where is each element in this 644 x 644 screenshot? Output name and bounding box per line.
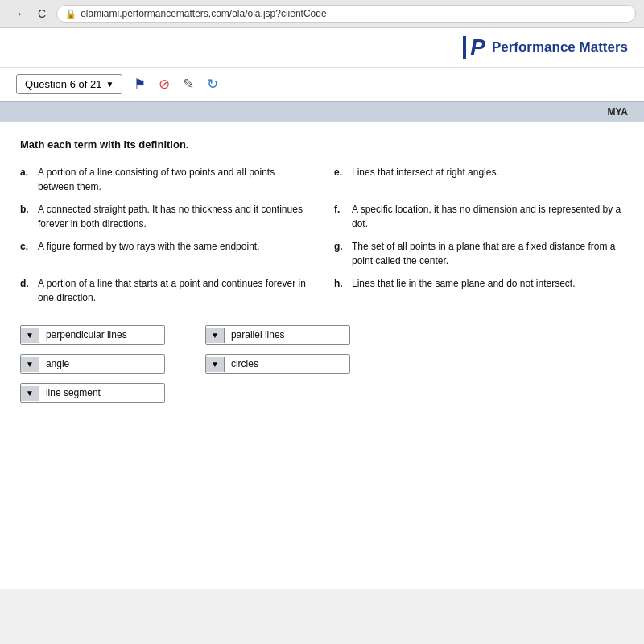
dropdown-arrow-2[interactable]: ▼ — [206, 328, 225, 343]
dropdown-circles[interactable]: ▼ circles — [205, 354, 350, 374]
def-text-f: A specific location, it has no dimension… — [352, 202, 624, 231]
username-label: MYA — [607, 106, 628, 118]
address-bar[interactable]: 🔒 olamiami.performancematters.com/ola/ol… — [56, 5, 636, 23]
logo-p-icon: P — [463, 36, 485, 59]
def-letter-h: h. — [334, 276, 345, 291]
lock-icon: 🔒 — [65, 9, 76, 19]
def-letter-b: b. — [20, 202, 31, 217]
def-text-e: Lines that intersect at right angles. — [352, 165, 499, 180]
def-letter-f: f. — [334, 202, 345, 217]
definition-d: d. A portion of a line that starts at a … — [20, 276, 310, 305]
def-text-a: A portion of a line consisting of two po… — [38, 165, 310, 194]
logo-text: Performance Matters — [492, 39, 628, 56]
definition-g: g. The set of all points in a plane that… — [334, 239, 624, 268]
question-instruction: Math each term with its definition. — [20, 138, 624, 151]
dropdown-line-segment[interactable]: ▼ line segment — [20, 383, 165, 402]
dropdown-label-1: perpendicular lines — [39, 326, 164, 344]
question-bar: Question 6 of 21 ▼ ⚑ ⊘ ✎ ↻ — [0, 68, 644, 102]
def-text-h: Lines that lie in the same plane and do … — [352, 276, 576, 291]
app-header: P Performance Matters — [0, 28, 644, 68]
definition-h: h. Lines that lie in the same plane and … — [334, 276, 624, 305]
definition-c: c. A figure formed by two rays with the … — [20, 239, 310, 268]
dropdown-label-5: line segment — [39, 384, 164, 402]
def-letter-c: c. — [20, 239, 31, 254]
def-letter-a: a. — [20, 165, 31, 180]
user-bar: MYA — [0, 102, 644, 122]
definition-b: b. A connected straight path. It has no … — [20, 202, 310, 231]
browser-bar: → C 🔒 olamiami.performancematters.com/ol… — [0, 0, 644, 28]
back-button[interactable]: → — [8, 6, 27, 22]
question-counter-label: Question 6 of 21 — [25, 78, 101, 90]
cycle-icon[interactable]: ↻ — [205, 74, 220, 94]
dropdown-label-3: angle — [39, 355, 164, 373]
definition-a: a. A portion of a line consisting of two… — [20, 165, 310, 194]
definition-e: e. Lines that intersect at right angles. — [334, 165, 624, 194]
refresh-button[interactable]: C — [34, 6, 50, 22]
dropdowns-section: ▼ perpendicular lines ▼ parallel lines ▼… — [20, 325, 624, 402]
flag-icon[interactable]: ⚑ — [132, 74, 147, 94]
definitions-grid: a. A portion of a line consisting of two… — [20, 165, 624, 305]
question-counter-button[interactable]: Question 6 of 21 ▼ — [16, 74, 122, 94]
def-text-b: A connected straight path. It has no thi… — [38, 202, 310, 231]
dropdown-arrow-1[interactable]: ▼ — [21, 328, 39, 343]
dropdown-angle[interactable]: ▼ angle — [20, 354, 165, 374]
dropdown-perpendicular-lines[interactable]: ▼ perpendicular lines — [20, 325, 165, 345]
dropdown-arrow-3[interactable]: ▼ — [21, 357, 39, 372]
def-letter-g: g. — [334, 239, 345, 254]
dropdown-label-4: circles — [225, 355, 349, 373]
def-text-d: A portion of a line that starts at a poi… — [38, 276, 310, 305]
dropdown-label-2: parallel lines — [225, 326, 349, 344]
main-content: Math each term with its definition. a. A… — [0, 122, 644, 589]
dropdown-parallel-lines[interactable]: ▼ parallel lines — [205, 325, 350, 345]
def-text-c: A figure formed by two rays with the sam… — [38, 239, 259, 254]
def-text-g: The set of all points in a plane that ar… — [352, 239, 624, 268]
def-letter-d: d. — [20, 276, 31, 291]
def-letter-e: e. — [334, 165, 345, 180]
dropdown-arrow-4[interactable]: ▼ — [206, 357, 225, 372]
no-icon[interactable]: ⊘ — [157, 74, 171, 94]
url-text: olamiami.performancematters.com/ola/ola.… — [80, 8, 326, 19]
definition-f: f. A specific location, it has no dimens… — [334, 202, 624, 231]
dropdown-arrow-5[interactable]: ▼ — [21, 386, 39, 401]
logo-area: P Performance Matters — [463, 36, 628, 59]
pencil-icon[interactable]: ✎ — [181, 74, 196, 94]
counter-arrow-icon: ▼ — [105, 80, 114, 89]
